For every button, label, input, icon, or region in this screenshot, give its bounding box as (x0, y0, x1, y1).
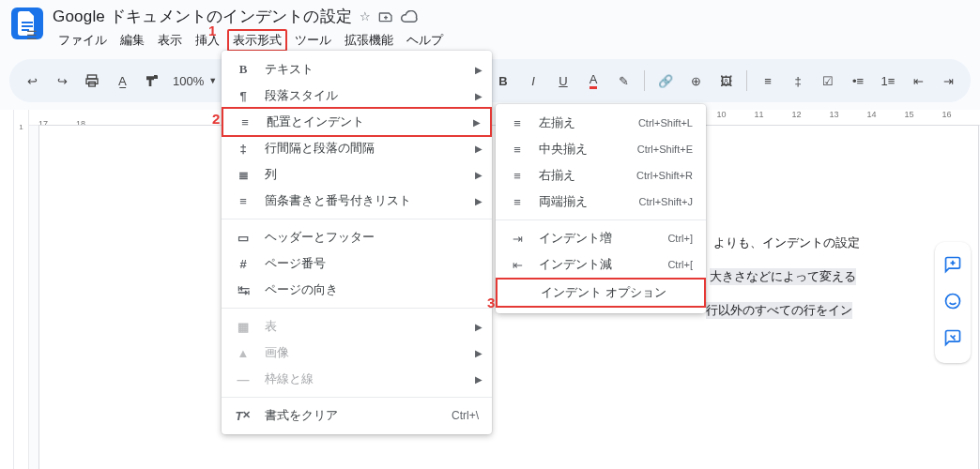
menu-item-bullets-numbering[interactable]: ≡箇条書きと番号付きリスト▶ (222, 188, 492, 214)
ruler-vertical: 1 (14, 110, 29, 469)
suggest-edits-icon[interactable] (943, 328, 962, 350)
menu-item-page-numbers[interactable]: #ページ番号 (222, 250, 492, 277)
add-comment-button[interactable]: ⊕ (682, 68, 709, 94)
checklist-button[interactable]: ☑ (815, 68, 841, 94)
menu-item-headers-footers[interactable]: ▭ヘッダーとフッター (222, 224, 492, 250)
add-comment-icon[interactable] (943, 255, 962, 277)
body-text: よりも、インデントの設定 (713, 234, 860, 251)
menu-ext[interactable]: 拡張機能 (339, 29, 399, 52)
increase-indent-button[interactable]: ⇥ (935, 68, 961, 94)
insert-link-button[interactable]: 🔗 (652, 68, 679, 94)
menu-item-borders-lines: —枠線と線▶ (222, 366, 492, 392)
menu-item-table: ▦表▶ (222, 313, 492, 340)
menu-format[interactable]: 表示形式 (227, 29, 287, 52)
text-color-button[interactable]: A (580, 68, 606, 94)
move-icon[interactable] (378, 9, 393, 24)
menu-item-line-spacing[interactable]: ‡行間隔と段落の間隔▶ (222, 135, 492, 161)
star-icon[interactable]: ☆ (360, 9, 371, 23)
underline-button[interactable]: U (550, 68, 576, 94)
align-button[interactable]: ≡ (755, 68, 781, 94)
menu-bar: ファイル 編集 表示 挿入 表示形式 ツール 拡張機能 ヘルプ (53, 29, 449, 52)
menu-item-text[interactable]: Bテキスト▶ (222, 56, 492, 83)
bulleted-list-button[interactable]: •≡ (845, 68, 871, 94)
callout-3: 3 (487, 295, 495, 310)
menu-file[interactable]: ファイル (53, 29, 113, 52)
format-menu: Bテキスト▶ ¶段落スタイル▶ ≡配置とインデント▶ ‡行間隔と段落の間隔▶ ≣… (222, 51, 492, 434)
callout-2: 2 (212, 111, 220, 127)
submenu-indent-options[interactable]: インデント オプション (496, 278, 706, 308)
emoji-reaction-icon[interactable] (943, 292, 962, 313)
redo-button[interactable]: ↪ (49, 68, 75, 94)
highlight-button[interactable]: ✎ (610, 68, 636, 94)
italic-button[interactable]: I (520, 68, 546, 94)
submenu-align-right[interactable]: ≡右揃えCtrl+Shift+R (496, 162, 706, 189)
callout-1: 1 (208, 23, 216, 38)
menu-item-align-indent[interactable]: ≡配置とインデント▶ (222, 107, 492, 137)
menu-insert[interactable]: 挿入 (190, 29, 225, 52)
paint-format-button[interactable] (139, 68, 165, 94)
body-text: 大きさなどによって変える (710, 268, 856, 285)
menu-help[interactable]: ヘルプ (401, 29, 449, 52)
cloud-status-icon[interactable] (401, 10, 418, 23)
submenu-align-center[interactable]: ≡中央揃えCtrl+Shift+E (496, 136, 706, 162)
svg-point-3 (946, 295, 960, 309)
submenu-indent-increase[interactable]: ⇥インデント増Ctrl+] (496, 225, 706, 251)
outline-toggle-icon[interactable]: ☰ (26, 28, 38, 42)
menu-tools[interactable]: ツール (289, 29, 337, 52)
body-text: 行以外のすべての行をイン (706, 302, 852, 319)
side-actions (935, 242, 971, 363)
submenu-align-justify[interactable]: ≡両端揃えCtrl+Shift+J (496, 189, 706, 215)
submenu-align-left[interactable]: ≡左揃えCtrl+Shift+L (496, 110, 706, 136)
print-button[interactable] (79, 68, 105, 94)
insert-image-button[interactable]: 🖼 (712, 68, 739, 94)
align-indent-submenu: ≡左揃えCtrl+Shift+L ≡中央揃えCtrl+Shift+E ≡右揃えC… (496, 104, 706, 313)
line-spacing-button[interactable]: ‡ (785, 68, 811, 94)
menu-item-page-orientation[interactable]: ⭾ページの向き (222, 277, 492, 303)
undo-button[interactable]: ↩ (19, 68, 45, 94)
bold-button[interactable]: B (490, 68, 516, 94)
submenu-indent-decrease[interactable]: ⇤インデント減Ctrl+[ (496, 251, 706, 278)
decrease-indent-button[interactable]: ⇤ (905, 68, 931, 94)
numbered-list-button[interactable]: 1≡ (875, 68, 901, 94)
zoom-select[interactable]: 100%▼ (169, 74, 221, 88)
menu-item-image: ▲画像▶ (222, 340, 492, 366)
spellcheck-button[interactable]: A̲ (109, 68, 135, 94)
menu-view[interactable]: 表示 (152, 29, 188, 52)
doc-title[interactable]: Google ドキュメントのインデントの設定 (53, 6, 352, 27)
menu-item-clear-formatting[interactable]: T✕書式をクリアCtrl+\ (222, 402, 492, 429)
menu-edit[interactable]: 編集 (115, 29, 150, 52)
menu-item-paragraph-styles[interactable]: ¶段落スタイル▶ (222, 83, 492, 109)
menu-item-columns[interactable]: ≣列▶ (222, 161, 492, 188)
